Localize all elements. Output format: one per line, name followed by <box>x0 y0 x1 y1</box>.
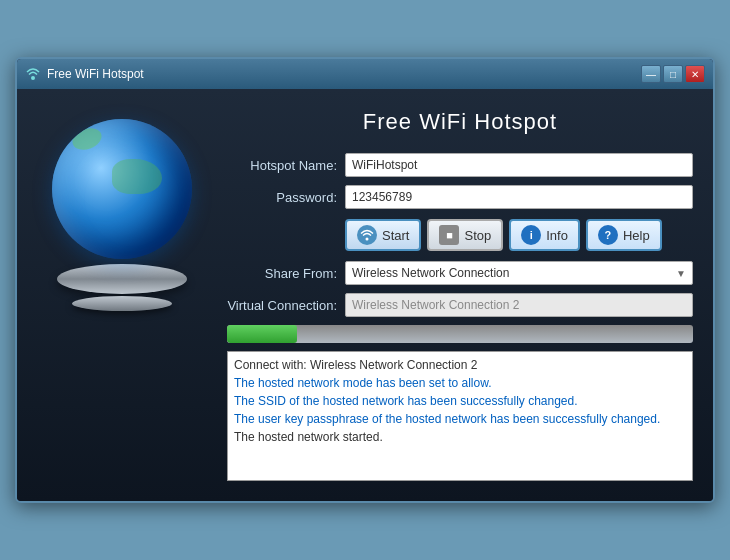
share-from-row: Share From: Wireless Network Connection … <box>227 261 693 285</box>
start-wifi-icon <box>357 225 377 245</box>
info-icon: i <box>521 225 541 245</box>
main-window: Free WiFi Hotspot — □ ✕ Free WiFi Hotspo… <box>15 57 715 503</box>
globe-container <box>42 119 202 299</box>
log-line: The hosted network started. <box>234 428 686 446</box>
window-body: Free WiFi Hotspot Hotspot Name: Password… <box>17 89 713 501</box>
action-buttons-row: Start ■ Stop i Info ? Help <box>345 219 693 251</box>
app-title: Free WiFi Hotspot <box>227 109 693 135</box>
help-button[interactable]: ? Help <box>586 219 662 251</box>
hotspot-name-label: Hotspot Name: <box>227 158 337 173</box>
title-bar: Free WiFi Hotspot — □ ✕ <box>17 59 713 89</box>
left-panel <box>37 109 207 481</box>
maximize-button[interactable]: □ <box>663 65 683 83</box>
hotspot-name-row: Hotspot Name: <box>227 153 693 177</box>
password-row: Password: <box>227 185 693 209</box>
globe-graphic <box>52 119 192 259</box>
svg-point-1 <box>366 238 369 241</box>
virtual-connection-label: Virtual Connection: <box>227 298 337 313</box>
svg-point-0 <box>31 76 35 80</box>
stop-icon: ■ <box>439 225 459 245</box>
close-button[interactable]: ✕ <box>685 65 705 83</box>
log-line: Connect with: Wireless Network Connectio… <box>234 356 686 374</box>
log-line: The hosted network mode has been set to … <box>234 374 686 392</box>
minimize-button[interactable]: — <box>641 65 661 83</box>
title-bar-left: Free WiFi Hotspot <box>25 66 144 82</box>
progress-bar-container <box>227 325 693 343</box>
globe-stand <box>57 264 187 294</box>
share-from-dropdown[interactable]: Wireless Network Connection ▼ <box>345 261 693 285</box>
password-label: Password: <box>227 190 337 205</box>
start-label: Start <box>382 228 409 243</box>
right-panel: Free WiFi Hotspot Hotspot Name: Password… <box>227 109 693 481</box>
share-from-value: Wireless Network Connection <box>352 266 509 280</box>
log-area[interactable]: Connect with: Wireless Network Connectio… <box>227 351 693 481</box>
start-button[interactable]: Start <box>345 219 421 251</box>
hotspot-name-input[interactable] <box>345 153 693 177</box>
stop-label: Stop <box>464 228 491 243</box>
stop-button[interactable]: ■ Stop <box>427 219 503 251</box>
help-icon: ? <box>598 225 618 245</box>
virtual-connection-input <box>345 293 693 317</box>
window-title: Free WiFi Hotspot <box>47 67 144 81</box>
log-line: The SSID of the hosted network has been … <box>234 392 686 410</box>
share-from-label: Share From: <box>227 266 337 281</box>
progress-bar-fill <box>227 325 297 343</box>
log-line: The user key passphrase of the hosted ne… <box>234 410 686 428</box>
info-button[interactable]: i Info <box>509 219 580 251</box>
globe-base <box>72 296 172 311</box>
dropdown-arrow-icon: ▼ <box>676 268 686 279</box>
help-label: Help <box>623 228 650 243</box>
info-label: Info <box>546 228 568 243</box>
password-input[interactable] <box>345 185 693 209</box>
virtual-connection-row: Virtual Connection: <box>227 293 693 317</box>
title-wifi-icon <box>25 66 41 82</box>
title-buttons: — □ ✕ <box>641 65 705 83</box>
